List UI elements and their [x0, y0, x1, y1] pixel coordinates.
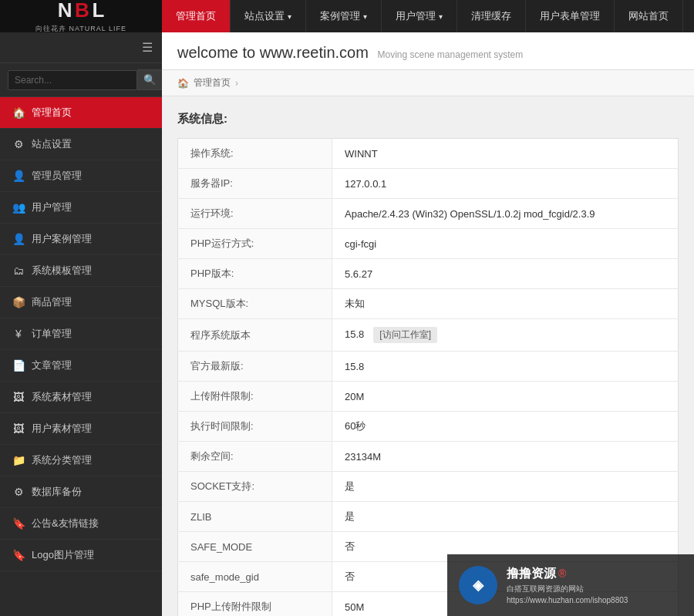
sidebar-item-9[interactable]: 🖼系统素材管理	[0, 382, 162, 413]
table-value-6: 15.8[访问工作室]	[332, 319, 679, 352]
sidebar-icon-10: 🖼	[12, 422, 25, 435]
top-navigation: N B L 向往花卉 NATURAL LIFE 管理首页站点设置 ▾案例管理 ▾…	[0, 0, 694, 32]
table-value-0: WINNT	[332, 139, 679, 169]
watermark-title: 撸撸资源	[507, 567, 556, 580]
top-nav-items: 管理首页站点设置 ▾案例管理 ▾用户管理 ▾清理缓存用户表单管理网站首页	[162, 0, 694, 32]
home-icon: 🏠	[177, 78, 189, 89]
sidebar-icon-4: 👤	[12, 233, 25, 245]
table-key-9: 执行时间限制:	[178, 412, 332, 442]
table-value-1: 127.0.0.1	[332, 169, 679, 199]
table-key-2: 运行环境:	[178, 199, 332, 229]
table-row: 官方最新版:15.8	[178, 352, 679, 382]
sidebar-item-14[interactable]: 🔖Logo图片管理	[0, 540, 162, 571]
table-key-12: ZLIB	[178, 502, 332, 532]
table-key-3: PHP运行方式:	[178, 229, 332, 259]
sidebar-label-3: 用户管理	[32, 200, 72, 214]
sidebar-label-2: 管理员管理	[32, 169, 82, 183]
system-info-table: 操作系统:WINNT服务器IP:127.0.0.1运行环境:Apache/2.4…	[177, 138, 679, 616]
sidebar-label-14: Logo图片管理	[32, 548, 94, 562]
table-row: 上传附件限制:20M	[178, 382, 679, 412]
sidebar-label-10: 用户素材管理	[32, 422, 92, 436]
sidebar-label-0: 管理首页	[32, 106, 72, 119]
sidebar-icon-1: ⚙	[12, 138, 25, 150]
top-nav-item-站点设置[interactable]: 站点设置 ▾	[231, 0, 306, 32]
table-key-11: SOCKET支持:	[178, 472, 332, 502]
sidebar-label-13: 公告&友情链接	[32, 517, 99, 530]
table-row: PHP版本:5.6.27	[178, 259, 679, 289]
sidebar-nav: 🏠管理首页⚙站点设置👤管理员管理👥用户管理👤用户案例管理🗂系统模板管理📦商品管理…	[0, 97, 162, 616]
watermark-logo-icon: ◈	[473, 577, 483, 594]
table-value-3: cgi-fcgi	[332, 229, 679, 259]
table-row: PHP运行方式:cgi-fcgi	[178, 229, 679, 259]
table-key-14: safe_mode_gid	[178, 562, 332, 592]
table-row: ZLIB是	[178, 502, 679, 532]
sidebar-item-7[interactable]: ¥订单管理	[0, 318, 162, 350]
table-key-7: 官方最新版:	[178, 352, 332, 382]
top-nav-item-清理缓存[interactable]: 清理缓存	[457, 0, 526, 32]
welcome-title: welcome to www.reetin.com	[177, 44, 369, 61]
table-row: 程序系统版本15.8[访问工作室]	[178, 319, 679, 352]
table-value-11: 是	[332, 472, 679, 502]
table-key-15: PHP上传附件限制	[178, 592, 332, 617]
sidebar-item-5[interactable]: 🗂系统模板管理	[0, 255, 162, 287]
sidebar-item-6[interactable]: 📦商品管理	[0, 287, 162, 318]
sidebar-icon-5: 🗂	[12, 264, 25, 277]
watermark-reg: ®	[558, 567, 566, 580]
sidebar-label-8: 文章管理	[32, 358, 72, 372]
search-input[interactable]	[8, 70, 137, 90]
table-value-5: 未知	[332, 289, 679, 319]
sidebar-icon-2: 👤	[12, 170, 25, 182]
table-value-4: 5.6.27	[332, 259, 679, 289]
sidebar-item-8[interactable]: 📄文章管理	[0, 350, 162, 382]
table-key-10: 剩余空间:	[178, 442, 332, 472]
table-row: 运行环境:Apache/2.4.23 (Win32) OpenSSL/1.0.2…	[178, 199, 679, 229]
sidebar-icon-9: 🖼	[12, 391, 25, 403]
hamburger-icon[interactable]: ☰	[142, 40, 153, 55]
sidebar-item-1[interactable]: ⚙站点设置	[0, 129, 162, 160]
table-key-5: MYSQL版本:	[178, 289, 332, 319]
top-nav-item-用户管理[interactable]: 用户管理 ▾	[382, 0, 457, 32]
watermark-overlay: ◈ 撸撸资源 ® 白搭互联网资源的网站 https://www.huzhan.c…	[447, 554, 694, 616]
sidebar-item-3[interactable]: 👥用户管理	[0, 192, 162, 224]
caret-icon: ▾	[439, 12, 443, 21]
sidebar-label-5: 系统模板管理	[32, 264, 92, 278]
table-key-13: SAFE_MODE	[178, 532, 332, 562]
top-nav-item-管理首页[interactable]: 管理首页	[162, 0, 231, 32]
table-key-6: 程序系统版本	[178, 319, 332, 352]
watermark-sub: 白搭互联网资源的网站	[507, 583, 628, 594]
watermark-url: https://www.huzhan.com/ishop8803	[507, 594, 628, 606]
sidebar-item-2[interactable]: 👤管理员管理	[0, 160, 162, 192]
table-row: 执行时间限制:60秒	[178, 412, 679, 442]
sidebar-item-0[interactable]: 🏠管理首页	[0, 97, 162, 129]
table-key-4: PHP版本:	[178, 259, 332, 289]
top-nav-item-案例管理[interactable]: 案例管理 ▾	[306, 0, 382, 32]
table-row: MYSQL版本:未知	[178, 289, 679, 319]
welcome-subtitle: Moving scene management system	[378, 49, 524, 60]
table-key-8: 上传附件限制:	[178, 382, 332, 412]
visit-link-6[interactable]: [访问工作室]	[373, 327, 437, 343]
sidebar-item-10[interactable]: 🖼用户素材管理	[0, 413, 162, 445]
table-value-2: Apache/2.4.23 (Win32) OpenSSL/1.0.2j mod…	[332, 199, 679, 229]
sidebar-label-12: 数据库备份	[32, 485, 82, 499]
watermark-logo: ◈	[459, 566, 497, 604]
sidebar-icon-8: 📄	[12, 359, 25, 372]
top-nav-item-网站首页[interactable]: 网站首页	[615, 0, 683, 32]
sidebar-item-4[interactable]: 👤用户案例管理	[0, 224, 162, 255]
sidebar-label-7: 订单管理	[32, 327, 72, 341]
caret-icon: ▾	[288, 12, 291, 21]
sidebar-icon-14: 🔖	[12, 549, 25, 561]
sidebar-item-11[interactable]: 📁系统分类管理	[0, 445, 162, 476]
table-value-12: 是	[332, 502, 679, 532]
top-nav-item-用户表单管理[interactable]: 用户表单管理	[526, 0, 615, 32]
sidebar-icon-0: 🏠	[12, 106, 25, 119]
sidebar-item-13[interactable]: 🔖公告&友情链接	[0, 508, 162, 540]
search-button[interactable]: 🔍	[137, 69, 162, 90]
breadcrumb-separator: ›	[235, 78, 238, 89]
table-key-1: 服务器IP:	[178, 169, 332, 199]
table-row: 剩余空间:23134M	[178, 442, 679, 472]
sidebar-icon-3: 👥	[12, 201, 25, 214]
table-value-9: 60秒	[332, 412, 679, 442]
sidebar-item-12[interactable]: ⚙数据库备份	[0, 476, 162, 508]
table-row: 服务器IP:127.0.0.1	[178, 169, 679, 199]
table-key-0: 操作系统:	[178, 139, 332, 169]
